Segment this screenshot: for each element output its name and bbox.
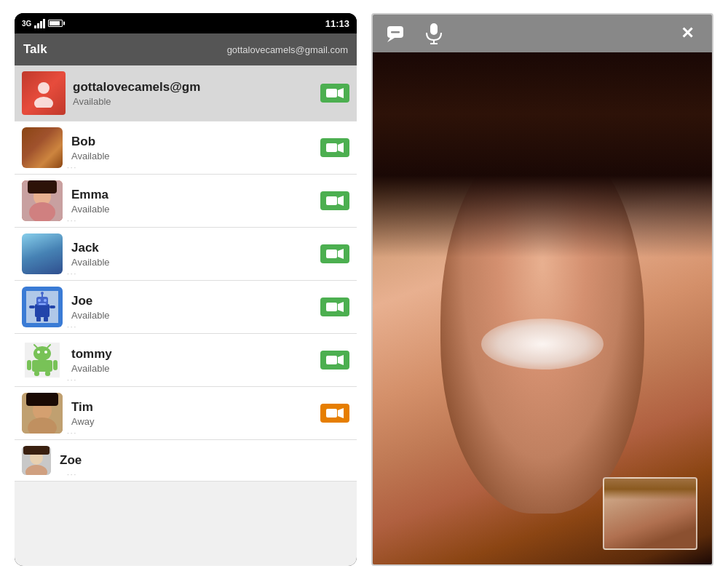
avatar-tim — [22, 393, 63, 434]
video-call-btn-tommy[interactable] — [320, 351, 349, 370]
video-call-btn-tim[interactable] — [320, 404, 349, 423]
signal-bars — [34, 18, 45, 28]
contact-item-tommy[interactable]: tommy Available — [15, 334, 357, 387]
svg-rect-21 — [39, 303, 46, 305]
contact-status-tommy: Available — [71, 363, 320, 374]
contact-name-emma: Emma — [71, 188, 320, 202]
svg-marker-5 — [338, 143, 344, 153]
contact-item-tim[interactable]: Tim Away — [15, 387, 357, 440]
contact-name-self: gottalovecamels@gm — [73, 80, 320, 95]
contact-name-zoe: Zoe — [60, 453, 349, 468]
avatar-self — [22, 71, 66, 115]
svg-rect-49 — [23, 446, 50, 455]
contact-info-joe: Joe Available — [71, 294, 320, 321]
contact-info-emma: Emma Available — [71, 188, 320, 215]
contact-name-joe: Joe — [71, 294, 320, 308]
app-bar: Talk gottalovecamels@gmail.com — [15, 33, 357, 65]
contact-info-tommy: tommy Available — [71, 347, 320, 374]
top-bar-icons — [384, 22, 674, 45]
svg-marker-46 — [338, 408, 344, 418]
contact-info-jack: Jack Available — [71, 241, 320, 268]
svg-point-18 — [41, 292, 44, 295]
svg-point-1 — [34, 97, 53, 108]
video-top-bar: ✕ — [373, 15, 712, 52]
avatar-jack — [22, 233, 63, 274]
svg-rect-24 — [36, 317, 41, 322]
contact-status-jack: Available — [71, 257, 320, 268]
svg-rect-43 — [26, 393, 58, 406]
svg-rect-45 — [326, 409, 337, 418]
status-bar: 3G 11:13 — [15, 13, 357, 33]
contact-name-bob: Bob — [71, 135, 320, 149]
phone-right-panel: ✕ — [371, 13, 713, 566]
contact-info-tim: Tim Away — [71, 400, 320, 427]
contact-item-bob[interactable]: Bob Available — [15, 121, 357, 175]
svg-point-31 — [44, 351, 47, 354]
chat-icon[interactable] — [384, 22, 408, 45]
contact-info-self: gottalovecamels@gm Available — [73, 80, 320, 107]
contact-info-zoe: Zoe — [60, 453, 349, 468]
video-inset-self — [603, 477, 697, 550]
svg-rect-4 — [326, 143, 337, 152]
contacts-list: gottalovecamels@gm Available Bob Availab… — [15, 65, 357, 566]
avatar-bob — [22, 127, 63, 168]
video-main-area — [373, 52, 712, 564]
time-display: 11:13 — [325, 18, 349, 29]
microphone-icon[interactable] — [422, 22, 446, 45]
svg-rect-2 — [326, 89, 337, 97]
contact-status-joe: Available — [71, 310, 320, 321]
contact-item-zoe[interactable]: Zoe — [15, 440, 357, 482]
svg-rect-36 — [53, 360, 58, 370]
network-indicator: 3G — [22, 20, 31, 28]
contact-name-tommy: tommy — [71, 347, 320, 362]
svg-point-19 — [38, 299, 41, 302]
avatar-emma — [22, 180, 63, 221]
svg-rect-38 — [45, 371, 50, 376]
svg-rect-53 — [391, 31, 400, 33]
svg-point-0 — [38, 82, 50, 94]
video-call-btn-joe[interactable] — [320, 298, 349, 316]
svg-marker-11 — [338, 196, 344, 206]
svg-rect-37 — [34, 371, 39, 376]
contact-name-jack: Jack — [71, 241, 320, 255]
video-call-btn-jack[interactable] — [320, 244, 349, 263]
avatar-joe — [22, 287, 63, 327]
svg-marker-13 — [338, 249, 344, 259]
contact-status-bob: Available — [71, 151, 320, 161]
svg-marker-3 — [338, 88, 344, 98]
contact-item-emma[interactable]: Emma Available — [15, 175, 357, 228]
svg-point-29 — [33, 346, 51, 361]
hair-overlay — [373, 52, 712, 257]
contact-status-emma: Available — [71, 204, 320, 215]
close-icon: ✕ — [681, 24, 694, 43]
video-call-btn-self[interactable] — [320, 84, 349, 103]
contact-item-jack[interactable]: Jack Available — [15, 228, 357, 281]
contact-status-self: Available — [73, 96, 320, 107]
svg-rect-8 — [28, 180, 57, 193]
video-call-btn-emma[interactable] — [320, 191, 349, 210]
svg-rect-12 — [326, 249, 337, 258]
contact-name-tim: Tim — [71, 400, 320, 415]
svg-rect-35 — [27, 360, 31, 370]
contact-info-bob: Bob Available — [71, 135, 320, 161]
svg-marker-52 — [387, 38, 395, 42]
battery-icon — [48, 20, 63, 27]
video-call-btn-bob[interactable] — [320, 138, 349, 157]
user-email: gottalovecamels@gmail.com — [227, 44, 348, 55]
svg-rect-34 — [32, 360, 52, 372]
avatar-zoe — [22, 446, 51, 475]
svg-marker-27 — [338, 302, 344, 312]
contact-item-joe[interactable]: Joe Available — [15, 281, 357, 334]
svg-rect-15 — [35, 304, 50, 317]
svg-marker-40 — [338, 355, 344, 365]
svg-rect-26 — [326, 303, 337, 311]
svg-rect-39 — [326, 356, 337, 364]
contact-status-tim: Away — [71, 416, 320, 427]
status-bar-left-icons: 3G — [22, 18, 63, 28]
svg-rect-23 — [50, 306, 55, 308]
svg-rect-10 — [326, 196, 337, 205]
teeth-overlay — [481, 319, 604, 370]
contact-item-self[interactable]: gottalovecamels@gm Available — [15, 65, 357, 121]
svg-rect-22 — [29, 306, 35, 308]
close-button[interactable]: ✕ — [674, 20, 700, 47]
